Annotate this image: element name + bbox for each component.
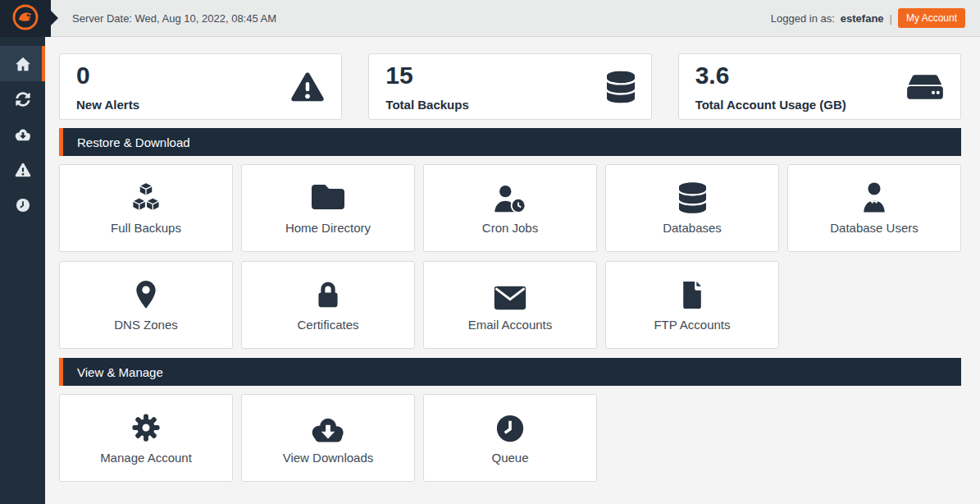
topbar: Server Date: Wed, Aug 10, 2022, 08:45 AM… xyxy=(45,0,980,37)
card-manage-account[interactable]: Manage Account xyxy=(59,394,233,482)
stats-row: 0 New Alerts 15 Total Backups 3.6 Total … xyxy=(59,53,961,120)
card-label: Database Users xyxy=(830,221,918,235)
card-label: Queue xyxy=(491,451,528,465)
stat-card-new-alerts: 0 New Alerts xyxy=(59,53,342,120)
card-dns-zones[interactable]: DNS Zones xyxy=(59,261,233,349)
card-label: Full Backups xyxy=(111,221,181,235)
envelope-icon xyxy=(494,274,526,310)
user-area: Logged in as: estefane | My Account xyxy=(771,8,965,28)
app-logo[interactable] xyxy=(0,0,51,37)
server-date: Server Date: Wed, Aug 10, 2022, 08:45 AM xyxy=(72,12,276,25)
sidebar-item-home[interactable] xyxy=(0,46,45,81)
card-database-users[interactable]: Database Users xyxy=(787,164,961,252)
clock-icon xyxy=(16,198,30,213)
card-label: Cron Jobs xyxy=(482,221,538,235)
card-databases[interactable]: Databases xyxy=(605,164,779,252)
stat-label: Total Account Usage (GB) xyxy=(695,98,846,112)
clock-icon xyxy=(495,407,525,443)
stat-label: Total Backups xyxy=(385,98,468,112)
main-content: 0 New Alerts 15 Total Backups 3.6 Total … xyxy=(45,37,980,504)
database-icon xyxy=(679,177,706,213)
jetbackup-falcon-logo-icon xyxy=(11,3,39,34)
section-title: Restore & Download xyxy=(77,135,190,149)
card-label: DNS Zones xyxy=(114,318,178,332)
logo-arrow-notch xyxy=(51,11,58,25)
exclamation-triangle-icon xyxy=(290,71,325,103)
card-email-accounts[interactable]: Email Accounts xyxy=(423,261,597,349)
username: estefane xyxy=(841,12,884,25)
card-full-backups[interactable]: Full Backups xyxy=(59,164,233,252)
lock-icon xyxy=(314,274,342,310)
sidebar xyxy=(0,0,45,504)
cloud-download-icon xyxy=(309,407,347,443)
card-label: Manage Account xyxy=(100,451,192,465)
section-header-view-manage: View & Manage xyxy=(59,358,961,386)
card-cron-jobs[interactable]: Cron Jobs xyxy=(423,164,597,252)
card-label: Email Accounts xyxy=(468,318,553,332)
stat-card-total-backups: 15 Total Backups xyxy=(368,53,651,120)
sync-icon xyxy=(16,92,30,107)
section-header-restore-download: Restore & Download xyxy=(59,128,961,156)
map-marker-icon xyxy=(134,274,157,310)
user-clock-icon xyxy=(491,177,529,213)
card-queue[interactable]: Queue xyxy=(423,394,597,482)
cloud-download-icon xyxy=(14,128,32,141)
file-icon xyxy=(681,274,704,310)
cog-icon xyxy=(130,407,162,443)
stat-card-account-usage: 3.6 Total Account Usage (GB) xyxy=(678,53,961,120)
my-account-button[interactable]: My Account xyxy=(898,8,965,28)
separator: | xyxy=(890,12,892,25)
card-label: View Downloads xyxy=(283,451,374,465)
stat-label: New Alerts xyxy=(76,98,139,112)
card-label: Certificates xyxy=(297,318,358,332)
card-label: Home Directory xyxy=(285,221,371,235)
home-icon xyxy=(15,57,31,71)
sidebar-item-backups[interactable] xyxy=(0,81,45,117)
card-home-directory[interactable]: Home Directory xyxy=(241,164,415,252)
cubes-icon xyxy=(130,177,162,213)
folder-icon xyxy=(312,177,344,213)
card-certificates[interactable]: Certificates xyxy=(241,261,415,349)
database-icon xyxy=(607,71,635,103)
exclamation-triangle-icon xyxy=(15,163,31,177)
hdd-icon xyxy=(906,73,944,100)
sidebar-item-alerts[interactable] xyxy=(0,152,45,187)
logged-in-label: Logged in as: xyxy=(771,12,835,25)
card-ftp-accounts[interactable]: FTP Accounts xyxy=(605,261,779,349)
restore-download-grid: Full Backups Home Directory Cron Jobs xyxy=(59,164,961,349)
card-view-downloads[interactable]: View Downloads xyxy=(241,394,415,482)
user-tie-icon xyxy=(861,177,887,213)
card-label: FTP Accounts xyxy=(654,318,730,332)
view-manage-grid: Manage Account View Downloads Queue xyxy=(59,394,961,482)
sidebar-item-downloads[interactable] xyxy=(0,117,45,152)
card-label: Databases xyxy=(663,221,722,235)
stat-value: 0 xyxy=(76,62,325,90)
sidebar-item-queue[interactable] xyxy=(0,187,45,222)
stat-value: 15 xyxy=(385,62,634,90)
sidebar-nav xyxy=(0,46,45,222)
section-title: View & Manage xyxy=(77,365,163,379)
